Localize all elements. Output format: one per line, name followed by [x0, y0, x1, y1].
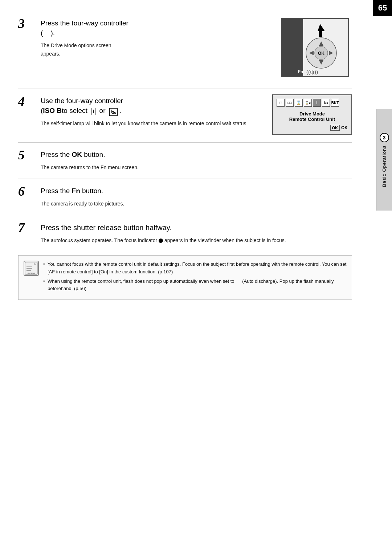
svg-text:memo: memo — [28, 272, 35, 274]
step-5-row: 5 Press the OK button. The camera return… — [18, 142, 352, 179]
svg-rect-1 — [281, 19, 303, 77]
page-number-box: 65 — [373, 0, 392, 16]
drive-mode-subtitle: Remote Control Unit — [277, 117, 348, 122]
drive-mode-panel: □ □□ ⌛ ⌛2 i i3s BKT Drive Mode Remote Co… — [272, 94, 352, 135]
step-4-title: Use the four-way controller (ISO Bto sel… — [41, 96, 258, 116]
side-tab-number: 3 — [380, 133, 389, 142]
focus-dot-icon — [159, 239, 163, 243]
step-4-content: Use the four-way controller (ISO Bto sel… — [41, 96, 258, 127]
ok-badge: OK OK — [330, 125, 348, 131]
step-5-number: 5 — [18, 148, 33, 162]
step-5-title: Press the OK button. — [41, 150, 352, 160]
step-3-number: 3 — [18, 17, 33, 30]
step-7-number: 7 — [18, 221, 33, 234]
side-tab-label: Basic Operations — [381, 145, 387, 187]
side-tab: 3 Basic Operations — [376, 109, 392, 211]
memo-icon: memo — [24, 261, 39, 276]
step-3-title: Press the four-way controller ( ). — [41, 19, 265, 38]
step-4-body: The self-timer lamp will blink to let yo… — [41, 119, 258, 127]
memo-content: You cannot focus with the remote control… — [43, 261, 347, 294]
step-3-body: The Drive Mode options screenappears. — [41, 41, 265, 58]
icon-bracketing: BKT — [331, 99, 339, 107]
step-3-row: 3 Press the four-way controller ( ). The… — [18, 11, 352, 89]
step-5-body: The camera returns to the Fn menu screen… — [41, 163, 352, 171]
svg-rect-3 — [319, 30, 322, 37]
main-content: 3 Press the four-way controller ( ). The… — [0, 0, 374, 311]
icon-timer2: ⌛2 — [304, 99, 312, 107]
step-7-row: 7 Press the shutter release button halfw… — [18, 215, 352, 252]
step-4-number: 4 — [18, 95, 33, 108]
step-6-row: 6 Press the Fn button. The camera is rea… — [18, 179, 352, 215]
step-4-row: 4 Use the four-way controller (ISO Bto s… — [18, 89, 352, 142]
drive-mode-label: Drive Mode Remote Control Unit — [277, 111, 348, 122]
memo-box: memo You cannot focus with the remote co… — [18, 255, 352, 300]
step-7-body: The autofocus system operates. The focus… — [41, 236, 352, 244]
step-4-image: □ □□ ⌛ ⌛2 i i3s BKT Drive Mode Remote Co… — [272, 96, 352, 135]
step-6-body: The camera is ready to take pictures. — [41, 200, 352, 208]
ok-label: OK — [341, 125, 348, 130]
drive-mode-ok-area: OK OK — [277, 125, 348, 131]
step-6-number: 6 — [18, 185, 33, 198]
step-3-content: Press the four-way controller ( ). The D… — [41, 19, 265, 58]
icon-remote2: i3s — [322, 99, 330, 107]
drive-mode-icons: □ □□ ⌛ ⌛2 i i3s BKT — [277, 99, 348, 107]
step-7-title: Press the shutter release button halfway… — [41, 223, 352, 233]
icon-remote: i — [313, 99, 321, 107]
step-6-title: Press the Fn button. — [41, 186, 352, 196]
memo-bullet-1: You cannot focus with the remote control… — [43, 261, 347, 275]
svg-text:((ψ)): ((ψ)) — [306, 69, 318, 75]
icon-continuous: □□ — [286, 99, 294, 107]
svg-text:Fn: Fn — [298, 69, 303, 74]
page-number: 65 — [378, 3, 387, 13]
svg-text:OK: OK — [318, 51, 324, 56]
ok-box: OK — [330, 125, 340, 131]
memo-bullet-2: When using the remote control unit, flas… — [43, 278, 347, 292]
step-3-image: OK Fn ((ψ)) — [279, 17, 352, 81]
step-6-content: Press the Fn button. The camera is ready… — [41, 186, 352, 208]
icon-timer1: ⌛ — [295, 99, 303, 107]
step-7-content: Press the shutter release button halfway… — [41, 223, 352, 244]
icon-single: □ — [277, 99, 285, 107]
step-5-content: Press the OK button. The camera returns … — [41, 150, 352, 171]
drive-mode-title: Drive Mode — [277, 111, 348, 117]
